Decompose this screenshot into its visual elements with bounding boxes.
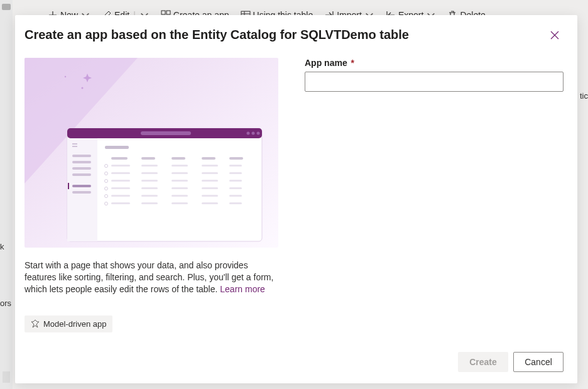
required-indicator: * <box>351 58 354 68</box>
svg-rect-25 <box>105 146 129 149</box>
modal-left-column: Start with a page that shows your data, … <box>24 58 278 352</box>
app-illustration <box>24 58 278 248</box>
modal-title: Create an app based on the Entity Catalo… <box>24 28 409 42</box>
svg-rect-57 <box>141 195 158 197</box>
svg-rect-36 <box>229 165 242 167</box>
svg-rect-51 <box>141 187 158 189</box>
chip-label: Model-driven app <box>43 319 106 329</box>
modal-header: Create an app based on the Entity Catalo… <box>24 25 564 44</box>
svg-rect-29 <box>202 157 215 160</box>
close-icon <box>550 31 559 42</box>
modal-description: Start with a page that shows your data, … <box>24 260 278 295</box>
svg-rect-21 <box>72 173 91 176</box>
svg-rect-54 <box>229 187 242 189</box>
svg-rect-33 <box>141 165 158 167</box>
svg-rect-47 <box>202 180 218 182</box>
cancel-button[interactable]: Cancel <box>513 352 564 372</box>
svg-rect-65 <box>202 202 218 204</box>
svg-rect-35 <box>202 165 218 167</box>
svg-rect-53 <box>202 187 218 189</box>
model-driven-icon <box>31 319 40 328</box>
svg-rect-44 <box>111 180 130 182</box>
svg-rect-24 <box>68 183 69 189</box>
svg-rect-59 <box>202 195 218 197</box>
svg-rect-15 <box>67 138 97 241</box>
svg-rect-48 <box>229 180 242 182</box>
svg-rect-22 <box>72 185 91 187</box>
svg-rect-63 <box>141 202 158 204</box>
svg-rect-42 <box>229 172 242 174</box>
svg-point-12 <box>247 132 250 135</box>
svg-rect-64 <box>172 202 188 204</box>
svg-rect-34 <box>172 165 188 167</box>
svg-rect-46 <box>172 180 188 182</box>
svg-point-7 <box>65 76 66 77</box>
svg-rect-18 <box>72 155 91 157</box>
close-button[interactable] <box>547 29 562 44</box>
svg-rect-39 <box>141 172 158 174</box>
app-name-label: App name * <box>305 58 564 68</box>
svg-point-14 <box>257 132 260 135</box>
svg-rect-11 <box>141 131 191 135</box>
svg-rect-30 <box>229 157 243 160</box>
svg-point-8 <box>82 87 84 89</box>
svg-rect-38 <box>111 172 130 174</box>
svg-rect-62 <box>111 202 130 204</box>
svg-rect-50 <box>111 187 130 189</box>
modal-footer: Create Cancel <box>24 352 564 372</box>
svg-rect-19 <box>72 161 91 163</box>
svg-point-13 <box>252 132 255 135</box>
svg-rect-66 <box>229 202 242 204</box>
svg-rect-26 <box>111 157 128 160</box>
svg-rect-56 <box>111 195 130 197</box>
svg-rect-27 <box>141 157 155 160</box>
modal-body: Start with a page that shows your data, … <box>24 58 564 352</box>
svg-rect-40 <box>172 172 188 174</box>
learn-more-link[interactable]: Learn more <box>220 284 265 294</box>
svg-rect-28 <box>172 157 185 160</box>
model-driven-app-chip: Model-driven app <box>24 315 112 332</box>
svg-rect-16 <box>72 143 77 145</box>
svg-rect-60 <box>229 195 242 197</box>
svg-rect-32 <box>111 165 130 167</box>
modal-right-column: App name * <box>305 58 564 352</box>
svg-rect-17 <box>72 146 77 147</box>
svg-rect-58 <box>172 195 188 197</box>
create-app-modal: Create an app based on the Entity Catalo… <box>15 15 577 383</box>
svg-rect-23 <box>72 191 91 194</box>
svg-rect-20 <box>72 167 91 170</box>
svg-rect-45 <box>141 180 158 182</box>
app-name-input[interactable] <box>305 72 564 92</box>
svg-rect-41 <box>202 172 218 174</box>
svg-rect-52 <box>172 187 188 189</box>
create-button[interactable]: Create <box>458 352 508 372</box>
app-name-label-text: App name <box>305 58 347 68</box>
